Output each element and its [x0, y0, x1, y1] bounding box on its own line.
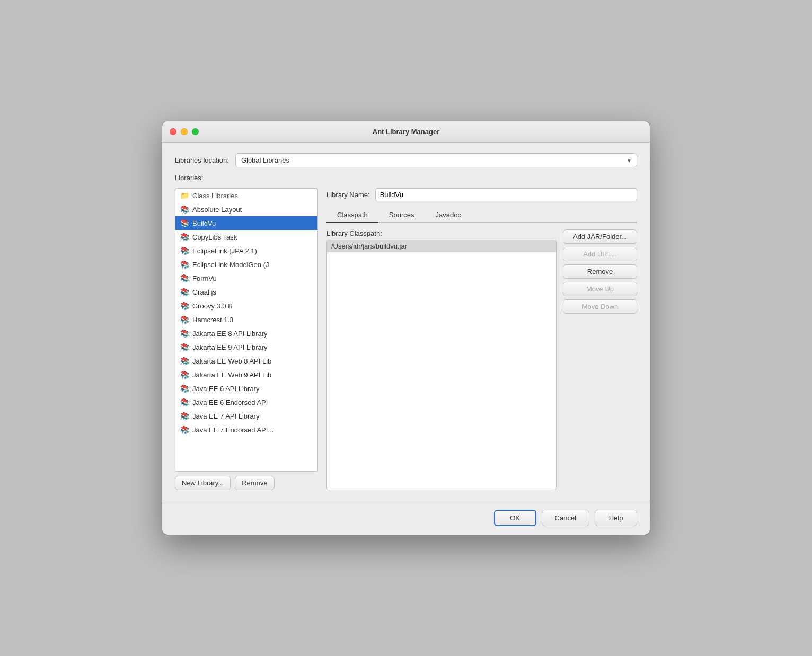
main-panel: 📁 Class Libraries 📚 Absolute Layout 📚 Bu…	[175, 188, 637, 490]
book-icon: 📚	[180, 342, 189, 352]
list-item[interactable]: 📚 Jakarta EE 8 API Library	[175, 326, 317, 340]
library-item-name: Jakarta EE 8 API Library	[192, 330, 268, 338]
list-item[interactable]: 📚 EclipseLink (JPA 2.1)	[175, 244, 317, 258]
library-item-name: FormVu	[192, 274, 217, 282]
add-jar-folder-button[interactable]: Add JAR/Folder...	[563, 229, 637, 244]
book-icon: 📚	[180, 205, 189, 214]
library-list[interactable]: 📁 Class Libraries 📚 Absolute Layout 📚 Bu…	[175, 188, 318, 472]
library-item-name: BuildVu	[192, 219, 216, 227]
library-item-name: Jakarta EE Web 8 API Lib	[192, 357, 271, 365]
move-up-button[interactable]: Move Up	[563, 282, 637, 296]
book-icon: 📚	[180, 329, 189, 338]
ok-button[interactable]: OK	[494, 510, 536, 526]
library-item-name: Jakarta EE Web 9 API Lib	[192, 371, 271, 379]
close-button[interactable]	[170, 128, 176, 135]
library-name-row: Library Name:	[326, 188, 637, 201]
library-item-name: Java EE 6 Endorsed API	[192, 398, 268, 406]
list-item[interactable]: 📚 CopyLibs Task	[175, 230, 317, 244]
move-down-button[interactable]: Move Down	[563, 299, 637, 314]
library-item-name: Java EE 7 Endorsed API...	[192, 426, 273, 434]
book-icon: 📚	[180, 425, 189, 435]
book-icon: 📚	[180, 370, 189, 379]
classpath-area: Library Classpath: /Users/idr/jars/build…	[326, 229, 557, 490]
library-item-name: Groovy 3.0.8	[192, 302, 232, 310]
libraries-location-select[interactable]: Global Libraries Project Libraries	[235, 153, 637, 167]
remove-library-button[interactable]: Remove	[235, 476, 274, 490]
maximize-button[interactable]	[192, 128, 199, 135]
classpath-section: Library Classpath: /Users/idr/jars/build…	[326, 229, 637, 490]
libraries-section-label: Libraries:	[175, 174, 637, 182]
tab-sources[interactable]: Sources	[378, 208, 425, 223]
classpath-buttons: Add JAR/Folder... Add URL... Remove Move…	[563, 229, 637, 490]
tab-classpath[interactable]: Classpath	[326, 208, 378, 223]
minimize-button[interactable]	[181, 128, 188, 135]
remove-classpath-button[interactable]: Remove	[563, 264, 637, 279]
book-icon: 📚	[180, 218, 189, 228]
library-item-name: EclipseLink (JPA 2.1)	[192, 247, 257, 255]
list-item[interactable]: 📚 Jakarta EE Web 9 API Lib	[175, 368, 317, 382]
list-item[interactable]: 📚 Jakarta EE 9 API Library	[175, 340, 317, 354]
title-bar: Ant Library Manager	[162, 121, 650, 143]
classpath-list[interactable]: /Users/idr/jars/buildvu.jar	[326, 240, 557, 490]
book-icon: 📚	[180, 273, 189, 283]
list-item[interactable]: 📚 Java EE 7 Endorsed API...	[175, 423, 317, 437]
book-icon: 📚	[180, 384, 189, 393]
book-icon: 📚	[180, 315, 189, 324]
book-icon: 📚	[180, 232, 189, 242]
book-icon: 📚	[180, 356, 189, 366]
library-item-name: Absolute Layout	[192, 206, 242, 214]
library-item-name: CopyLibs Task	[192, 233, 237, 241]
cancel-button[interactable]: Cancel	[542, 510, 589, 526]
list-item-selected[interactable]: 📚 BuildVu	[175, 216, 317, 230]
list-item[interactable]: 📚 FormVu	[175, 271, 317, 285]
library-item-name: Java EE 6 API Library	[192, 385, 259, 393]
library-item-name: Hamcrest 1.3	[192, 316, 233, 324]
add-url-button[interactable]: Add URL...	[563, 247, 637, 261]
tabs-row: Classpath Sources Javadoc	[326, 208, 637, 223]
libraries-location-row: Libraries location: Global Libraries Pro…	[175, 153, 637, 167]
list-action-buttons: New Library... Remove	[175, 476, 318, 490]
library-group-header: 📁 Class Libraries	[175, 189, 317, 202]
tab-javadoc[interactable]: Javadoc	[425, 208, 472, 223]
library-item-name: EclipseLink-ModelGen (J	[192, 261, 269, 269]
list-item[interactable]: 📚 Java EE 7 API Library	[175, 409, 317, 423]
library-name-input[interactable]	[375, 188, 637, 201]
book-icon: 📚	[180, 246, 189, 255]
book-icon: 📚	[180, 301, 189, 311]
list-item[interactable]: 📚 Groovy 3.0.8	[175, 299, 317, 313]
library-name-label: Library Name:	[326, 191, 370, 199]
library-item-name: Java EE 7 API Library	[192, 412, 259, 420]
book-icon: 📚	[180, 287, 189, 297]
classpath-label: Library Classpath:	[326, 229, 557, 237]
right-panel: Library Name: Classpath Sources Javadoc …	[326, 188, 637, 490]
library-item-name: Graal.js	[192, 288, 216, 296]
window-title: Ant Library Manager	[373, 128, 439, 136]
left-panel: 📁 Class Libraries 📚 Absolute Layout 📚 Bu…	[175, 188, 318, 490]
book-icon: 📚	[180, 260, 189, 269]
main-content: Libraries location: Global Libraries Pro…	[162, 143, 650, 501]
list-item[interactable]: 📚 Java EE 6 Endorsed API	[175, 395, 317, 409]
book-icon: 📚	[180, 397, 189, 407]
help-button[interactable]: Help	[595, 510, 637, 526]
list-item[interactable]: 📚 Java EE 6 API Library	[175, 382, 317, 395]
footer: OK Cancel Help	[162, 501, 650, 535]
list-item[interactable]: 📚 Absolute Layout	[175, 202, 317, 216]
libraries-location-label: Libraries location:	[175, 156, 229, 164]
list-item[interactable]: 📚 EclipseLink-ModelGen (J	[175, 258, 317, 271]
list-item[interactable]: 📚 Hamcrest 1.3	[175, 313, 317, 326]
new-library-button[interactable]: New Library...	[175, 476, 231, 490]
ant-library-manager-window: Ant Library Manager Libraries location: …	[162, 121, 650, 535]
book-icon: 📚	[180, 411, 189, 421]
location-select-wrapper: Global Libraries Project Libraries	[235, 153, 637, 167]
folder-icon: 📁	[180, 191, 189, 200]
group-header-label: Class Libraries	[192, 192, 238, 200]
library-item-name: Jakarta EE 9 API Library	[192, 343, 268, 351]
classpath-item[interactable]: /Users/idr/jars/buildvu.jar	[327, 240, 556, 252]
list-item[interactable]: 📚 Jakarta EE Web 8 API Lib	[175, 354, 317, 368]
list-item[interactable]: 📚 Graal.js	[175, 285, 317, 299]
window-controls	[170, 128, 199, 135]
